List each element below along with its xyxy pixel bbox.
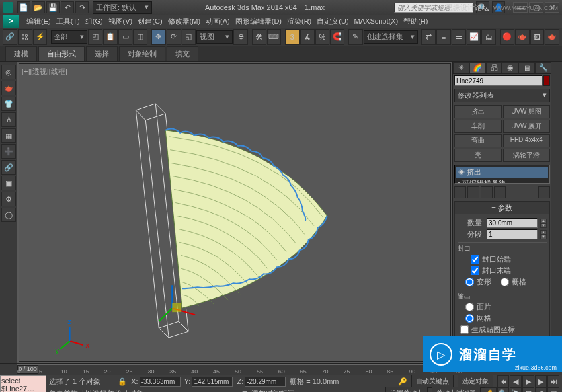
- ribbon-tab[interactable]: 自由形式: [38, 46, 85, 61]
- ribbon-tab[interactable]: 填充: [167, 46, 198, 61]
- lt-candle-icon[interactable]: 🕯: [1, 112, 16, 127]
- curve-editor-icon[interactable]: 📈: [467, 29, 481, 45]
- menu-item[interactable]: 视图(V): [106, 17, 136, 25]
- unique-icon[interactable]: [481, 186, 493, 198]
- qa-open-icon[interactable]: 📂: [32, 1, 45, 13]
- spin-down-icon[interactable]: ▼: [540, 223, 547, 228]
- cmd-tab-utilities-icon[interactable]: 🔧: [535, 62, 551, 73]
- show-result-icon[interactable]: [467, 186, 479, 198]
- cmd-tab-display-icon[interactable]: 🖥: [518, 62, 535, 73]
- ribbon-tab[interactable]: 选择: [86, 46, 118, 61]
- menu-item[interactable]: 修改器(M): [165, 17, 204, 25]
- modifier-preset-button[interactable]: 挤出: [454, 105, 502, 118]
- material-editor-icon[interactable]: 🔴: [500, 29, 514, 45]
- nav-max-icon[interactable]: ▣: [547, 387, 559, 392]
- coord-z-input[interactable]: [245, 377, 286, 387]
- window-crossing-icon[interactable]: ◫: [133, 29, 147, 45]
- configure-sets-icon[interactable]: [538, 186, 550, 198]
- menu-item[interactable]: 自定义(U): [314, 17, 351, 25]
- patch-radio[interactable]: [465, 303, 474, 311]
- nav-orbit-icon[interactable]: ⟲: [535, 387, 547, 392]
- cmd-tab-create-icon[interactable]: ✳: [453, 62, 469, 73]
- menu-item[interactable]: 工具(T): [54, 17, 83, 25]
- align-icon[interactable]: ≡: [436, 29, 451, 45]
- rotate-tool-icon[interactable]: ⟳: [167, 29, 181, 45]
- menu-item[interactable]: 组(G): [83, 17, 106, 25]
- stack-item[interactable]: ▪ 可编辑样条线: [456, 178, 548, 184]
- manip-icon[interactable]: 🛠: [252, 29, 266, 45]
- menu-item[interactable]: 图形编辑器(D): [233, 17, 284, 25]
- modifier-preset-button[interactable]: FFD 4x4x4: [503, 134, 551, 147]
- cap-start-checkbox[interactable]: [471, 255, 479, 264]
- nav-fov-icon[interactable]: 🔭: [510, 387, 522, 392]
- panel-scrollbar[interactable]: [551, 62, 562, 363]
- key-filter-button[interactable]: 关键点过滤器: [432, 387, 481, 392]
- modifier-preset-button[interactable]: 弯曲: [454, 134, 502, 147]
- grid-radio[interactable]: [501, 278, 509, 286]
- max-logo-icon[interactable]: >: [3, 15, 19, 28]
- select-link-icon[interactable]: 🔗: [3, 29, 17, 45]
- menu-item[interactable]: 渲染(R): [284, 17, 314, 25]
- cmd-tab-hierarchy-icon[interactable]: 品: [486, 62, 502, 73]
- bind-icon[interactable]: ⚡: [33, 29, 48, 45]
- modifier-preset-button[interactable]: UVW 展开: [503, 120, 551, 133]
- workspace-dropdown[interactable]: 工作区: 默认▾: [93, 1, 152, 14]
- prev-frame-icon[interactable]: ◀: [510, 375, 522, 387]
- lt-ring-icon[interactable]: ◎: [1, 65, 16, 79]
- scale-tool-icon[interactable]: ◱: [182, 29, 196, 45]
- qa-save-icon[interactable]: 💾: [46, 1, 60, 13]
- mirror-icon[interactable]: ⇄: [421, 29, 436, 45]
- move-tool-icon[interactable]: ✥: [151, 29, 166, 45]
- spin-down-icon[interactable]: ▼: [540, 235, 547, 239]
- qa-new-icon[interactable]: 📄: [17, 1, 30, 13]
- object-color-swatch[interactable]: [543, 75, 550, 86]
- script-listener[interactable]: select $Line27… 欢迎使用 MAXSc…: [0, 375, 46, 392]
- rollout-params-header[interactable]: – 参数: [455, 202, 549, 214]
- modifier-preset-button[interactable]: 车削: [454, 120, 502, 133]
- segments-spinner[interactable]: [487, 229, 538, 239]
- spin-up-icon[interactable]: ▲: [540, 219, 547, 223]
- stack-item[interactable]: ◈ 挤出: [456, 167, 548, 178]
- percent-snap-icon[interactable]: %: [315, 29, 330, 45]
- next-frame-icon[interactable]: ▶: [535, 375, 547, 387]
- unlink-icon[interactable]: ⛓: [18, 29, 32, 45]
- cmd-tab-motion-icon[interactable]: ◉: [502, 62, 518, 73]
- ref-coord-dropdown[interactable]: 视图▾: [196, 30, 233, 44]
- modifier-list-dropdown[interactable]: 修改器列表▾: [454, 89, 550, 102]
- sel-filter-button[interactable]: 选定对象: [458, 375, 493, 388]
- lt-shirt-icon[interactable]: 👕: [1, 97, 16, 111]
- object-name-input[interactable]: [454, 75, 542, 86]
- menu-item[interactable]: 帮助(H): [401, 17, 430, 25]
- viewport-label[interactable]: [+][透视][线框]: [22, 67, 67, 77]
- goto-end-icon[interactable]: ⏭: [547, 375, 559, 387]
- remove-mod-icon[interactable]: [494, 186, 506, 198]
- lt-plus-icon[interactable]: ➕: [1, 144, 16, 159]
- setkey-button[interactable]: 设置关键点: [385, 387, 428, 392]
- lt-knot-icon[interactable]: 🔗: [1, 160, 16, 175]
- viewport-perspective[interactable]: [+][透视][线框]: [19, 63, 451, 362]
- schematic-icon[interactable]: 🗂: [481, 29, 496, 45]
- layers-icon[interactable]: ☰: [452, 29, 466, 45]
- deform-radio[interactable]: [465, 278, 474, 286]
- play-icon[interactable]: ▶: [522, 375, 534, 387]
- mesh-radio[interactable]: [465, 314, 474, 323]
- nav-zoomall-icon[interactable]: ⊞: [522, 387, 534, 392]
- lt-grid-icon[interactable]: ▦: [1, 128, 16, 143]
- lt-cube-icon[interactable]: ▣: [1, 176, 16, 190]
- cmd-tab-modify-icon[interactable]: 🌈: [469, 62, 486, 73]
- lock-icon[interactable]: 🔑: [398, 377, 407, 386]
- named-sel-edit-icon[interactable]: ✎: [348, 29, 363, 45]
- keyboard-icon[interactable]: ⌨: [267, 29, 282, 45]
- modifier-preset-button[interactable]: 壳: [454, 149, 502, 162]
- render-frame-icon[interactable]: 🖼: [530, 29, 545, 45]
- amount-spinner[interactable]: [487, 218, 538, 228]
- autokey-button[interactable]: 自动关键点: [411, 375, 454, 388]
- render-icon[interactable]: 🫖: [545, 29, 559, 45]
- goto-start-icon[interactable]: ⏮: [497, 375, 509, 387]
- lt-circle-icon[interactable]: ◯: [1, 208, 16, 222]
- render-setup-icon[interactable]: 🫖: [515, 29, 530, 45]
- menu-item[interactable]: 编辑(E): [24, 17, 54, 25]
- menu-item[interactable]: MAXScript(X): [352, 17, 401, 25]
- modifier-preset-button[interactable]: UVW 贴图: [503, 105, 551, 118]
- nav-zoom-icon[interactable]: 🔍: [497, 387, 509, 392]
